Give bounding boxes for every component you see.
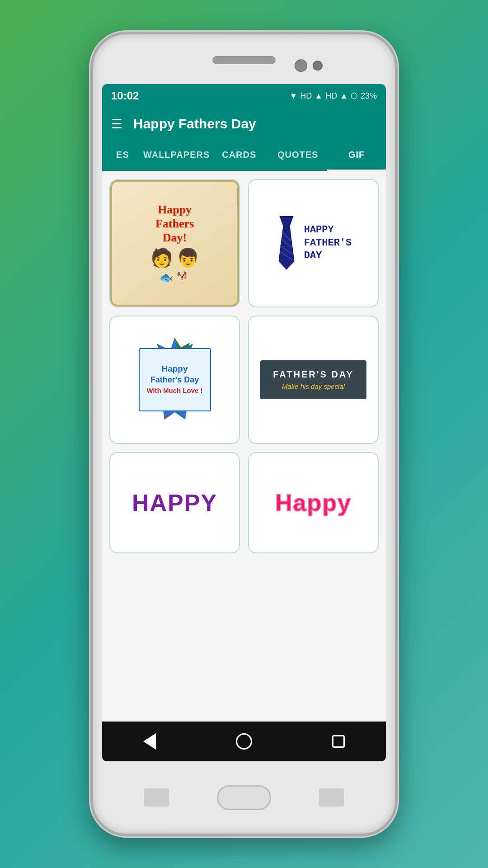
card-purple-inner: HAPPY — [110, 453, 239, 552]
content-area: HappyFathersDay! 🧑 👦 🐟 🐕 — [102, 171, 386, 722]
status-bar: 10:02 ▼ HD ▲ HD ▲ ⬡ 23% — [102, 84, 386, 108]
card-badge-inner: Happy Father's Day With Much Love ! — [110, 316, 239, 443]
recent-apps-icon — [332, 735, 345, 748]
card-vintage-title: HappyFathersDay! — [155, 203, 194, 245]
status-time: 10:02 — [111, 90, 139, 102]
camera-dot-1 — [295, 59, 307, 72]
tab-gif[interactable]: GIF — [327, 140, 386, 171]
card-pink-text[interactable]: Happy — [248, 452, 379, 553]
card-pink-inner: Happy — [249, 453, 378, 552]
tab-cards[interactable]: CARDS — [210, 140, 268, 171]
card-vintage[interactable]: HappyFathersDay! 🧑 👦 🐟 🐕 — [109, 179, 240, 307]
card-purple-text[interactable]: HAPPY — [109, 452, 240, 553]
starburst: Happy Father's Day With Much Love ! — [139, 348, 211, 411]
home-circle-icon — [236, 733, 252, 750]
app-bar: ☰ Happy Fathers Day — [102, 108, 386, 140]
badge-fathers-day: Father's Day — [150, 375, 199, 384]
card-vintage-extras: 🐟 🐕 — [160, 271, 190, 284]
dark-banner-box: FATHER'S DAY Make his day special — [260, 360, 366, 399]
tab-wallpapers[interactable]: WALLPAPERS — [143, 140, 210, 171]
tab-cards-label: CARDS — [222, 150, 256, 160]
card-vintage-art: 🧑 👦 — [150, 247, 199, 269]
cards-grid: HappyFathersDay! 🧑 👦 🐟 🐕 — [109, 179, 379, 553]
tab-wallpapers-label: WALLPAPERS — [143, 150, 210, 160]
figure-child: 👦 — [177, 247, 199, 269]
tab-bar: ES WALLPAPERS CARDS QUOTES GIF — [102, 140, 386, 171]
card-tie-inner: HAPPYFATHER'SDAY — [249, 180, 378, 307]
hd-label-2: HD — [325, 91, 337, 101]
battery-percent: 23% — [361, 91, 377, 101]
hw-button-center[interactable] — [217, 785, 271, 810]
front-cameras — [295, 59, 323, 72]
dog-icon: 🐕 — [177, 271, 190, 284]
card-dark-banner-inner: FATHER'S DAY Make his day special — [249, 316, 378, 443]
hd-label-1: HD — [300, 91, 312, 101]
app-title: Happy Fathers Day — [133, 116, 256, 132]
tab-images-label: ES — [116, 150, 129, 160]
card-tie[interactable]: HAPPYFATHER'SDAY — [248, 179, 379, 307]
battery-icon: ⬡ — [351, 91, 358, 101]
happy-fathers-day-text: HAPPYFATHER'SDAY — [304, 224, 352, 263]
camera-dot-2 — [313, 61, 323, 71]
phone-screen: 10:02 ▼ HD ▲ HD ▲ ⬡ 23% ☰ Happy Fathers … — [102, 84, 386, 761]
hw-button-left — [144, 788, 169, 807]
recent-apps-button[interactable] — [325, 728, 352, 755]
signal-icon-2: ▲ — [340, 91, 348, 101]
card-dark-banner[interactable]: FATHER'S DAY Make his day special — [248, 316, 379, 444]
phone-hardware-bottom — [93, 761, 395, 834]
tab-quotes[interactable]: QUOTES — [268, 140, 327, 171]
figure-man: 🧑 — [150, 247, 173, 269]
badge-text: Happy Father's Day With Much Love ! — [146, 363, 202, 396]
speaker-grille — [212, 56, 276, 64]
back-arrow-icon — [143, 733, 156, 750]
dark-banner-subtitle: Make his day special — [273, 382, 354, 390]
hamburger-menu-button[interactable]: ☰ — [111, 117, 122, 132]
phone-shell: 10:02 ▼ HD ▲ HD ▲ ⬡ 23% ☰ Happy Fathers … — [90, 32, 398, 836]
badge-love: With Much Love ! — [146, 387, 202, 394]
tie-svg — [275, 216, 298, 270]
happy-pink-text: Happy — [275, 489, 352, 516]
signal-icon-1: ▲ — [314, 91, 323, 101]
tab-images[interactable]: ES — [102, 140, 143, 171]
tab-gif-label: GIF — [348, 150, 365, 160]
badge-inner-box: Happy Father's Day With Much Love ! — [139, 348, 211, 411]
back-button[interactable] — [136, 728, 163, 755]
bottom-nav-bar — [102, 722, 386, 761]
fish-icon: 🐟 — [160, 271, 173, 284]
status-icons: ▼ HD ▲ HD ▲ ⬡ 23% — [289, 91, 377, 101]
wifi-icon: ▼ — [289, 91, 297, 101]
card-badge[interactable]: Happy Father's Day With Much Love ! — [109, 316, 240, 444]
card-vintage-inner: HappyFathersDay! 🧑 👦 🐟 🐕 — [110, 180, 239, 307]
happy-purple-text: HAPPY — [132, 489, 217, 516]
dark-banner-title: FATHER'S DAY — [273, 369, 354, 380]
svg-marker-0 — [280, 216, 293, 226]
badge-happy: Happy — [161, 364, 188, 373]
hw-button-right — [319, 788, 344, 807]
home-button[interactable] — [230, 728, 258, 755]
tab-quotes-label: QUOTES — [277, 150, 318, 160]
